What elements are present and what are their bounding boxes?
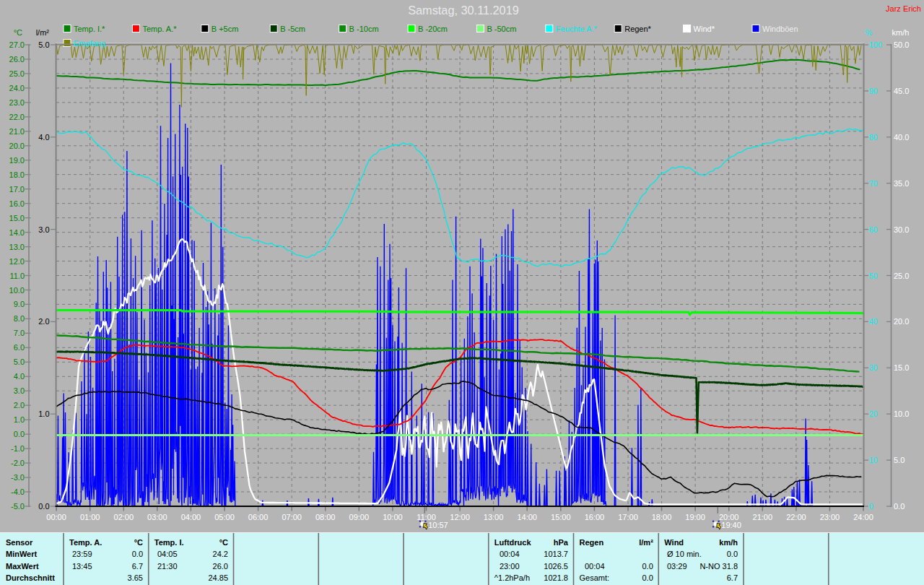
svg-text:Feuchte A.*: Feuchte A.* xyxy=(556,25,598,33)
svg-text:km/h: km/h xyxy=(719,538,738,547)
svg-text:15.0: 15.0 xyxy=(9,214,25,222)
svg-text:6.7: 6.7 xyxy=(727,573,738,582)
svg-text:0.0: 0.0 xyxy=(642,573,653,582)
svg-text:0.0: 0.0 xyxy=(727,550,738,558)
svg-text:14:00: 14:00 xyxy=(517,513,537,521)
svg-text:00:04: 00:04 xyxy=(585,562,605,571)
svg-text:10:00: 10:00 xyxy=(383,513,403,521)
svg-text:40.0: 40.0 xyxy=(894,133,909,142)
svg-text:l/m²: l/m² xyxy=(639,538,653,547)
svg-text:45.0: 45.0 xyxy=(894,87,909,95)
svg-text:1026.5: 1026.5 xyxy=(544,562,568,571)
svg-text:20.0: 20.0 xyxy=(894,317,909,326)
svg-text:60: 60 xyxy=(869,225,878,234)
svg-text:16.0: 16.0 xyxy=(9,199,25,208)
svg-text:12.0: 12.0 xyxy=(9,257,25,266)
svg-text:Luftdruck: Luftdruck xyxy=(494,538,532,547)
svg-text:11.0: 11.0 xyxy=(9,272,25,280)
svg-text:18.0: 18.0 xyxy=(9,170,25,179)
svg-text:Wind: Wind xyxy=(664,538,684,547)
svg-text:24.2: 24.2 xyxy=(213,550,228,558)
svg-text:0.0: 0.0 xyxy=(132,550,143,558)
svg-text:Temp. I.: Temp. I. xyxy=(154,538,184,547)
svg-text:23:59: 23:59 xyxy=(72,550,92,558)
svg-text:25.0: 25.0 xyxy=(9,69,25,78)
svg-text:6.7: 6.7 xyxy=(132,562,143,571)
svg-text:06:00: 06:00 xyxy=(248,513,269,521)
svg-text:Windböen: Windböen xyxy=(762,25,798,33)
svg-text:23:00: 23:00 xyxy=(820,513,840,521)
svg-text:02:00: 02:00 xyxy=(114,513,134,521)
svg-text:°C: °C xyxy=(219,538,228,547)
svg-text:7.0: 7.0 xyxy=(14,329,25,337)
svg-text:Jarz Erich: Jarz Erich xyxy=(886,4,921,13)
svg-text:9.0: 9.0 xyxy=(14,300,25,308)
svg-text:80: 80 xyxy=(869,133,878,142)
svg-text:16:00: 16:00 xyxy=(585,513,605,521)
svg-text:19.0: 19.0 xyxy=(9,156,25,165)
svg-text:10:57: 10:57 xyxy=(428,521,448,529)
svg-text:10.0: 10.0 xyxy=(894,410,909,418)
svg-text:hPa: hPa xyxy=(554,538,569,547)
svg-text:50: 50 xyxy=(869,272,878,280)
svg-text:13.0: 13.0 xyxy=(9,243,25,251)
svg-text:5.0: 5.0 xyxy=(38,40,49,49)
svg-text:19:00: 19:00 xyxy=(685,513,705,521)
svg-text:04:05: 04:05 xyxy=(157,550,178,558)
svg-text:03:29: 03:29 xyxy=(667,562,687,571)
svg-text:00:04: 00:04 xyxy=(500,550,520,558)
svg-text:30: 30 xyxy=(869,363,878,372)
svg-text:17.0: 17.0 xyxy=(9,185,25,194)
svg-text:04:00: 04:00 xyxy=(181,513,201,521)
svg-text:18:00: 18:00 xyxy=(652,513,672,521)
svg-text:8.0: 8.0 xyxy=(14,314,25,323)
svg-text:1013.7: 1013.7 xyxy=(544,550,568,558)
svg-text:15.0: 15.0 xyxy=(894,363,909,372)
svg-text:00:00: 00:00 xyxy=(46,513,66,521)
svg-text:03:00: 03:00 xyxy=(147,513,167,521)
svg-text:30.0: 30.0 xyxy=(894,225,909,234)
svg-text:1021.8: 1021.8 xyxy=(544,573,568,582)
svg-text:24.0: 24.0 xyxy=(9,84,25,92)
svg-text:3.65: 3.65 xyxy=(128,573,143,582)
svg-text:1.0: 1.0 xyxy=(14,415,25,424)
svg-text:05:00: 05:00 xyxy=(214,513,235,521)
svg-text:-4.0: -4.0 xyxy=(11,488,25,496)
svg-text:50.0: 50.0 xyxy=(894,40,909,49)
svg-text:Temp. I.*: Temp. I.* xyxy=(74,25,105,33)
svg-text:25.0: 25.0 xyxy=(894,272,909,280)
svg-text:B +5cm: B +5cm xyxy=(212,25,239,33)
svg-text:0.0: 0.0 xyxy=(894,502,905,511)
svg-text:01:00: 01:00 xyxy=(80,513,100,521)
svg-text:B -50cm: B -50cm xyxy=(487,25,516,33)
svg-text:23.0: 23.0 xyxy=(9,98,25,107)
svg-text:26.0: 26.0 xyxy=(9,55,25,64)
svg-text:19:40: 19:40 xyxy=(721,521,741,529)
svg-text:20.0: 20.0 xyxy=(9,142,25,150)
svg-text:0.0: 0.0 xyxy=(14,430,25,438)
svg-text:27.0: 27.0 xyxy=(9,40,25,49)
svg-text:22:00: 22:00 xyxy=(786,513,806,521)
svg-text:B -5cm: B -5cm xyxy=(280,25,305,33)
svg-text:6.0: 6.0 xyxy=(14,343,25,352)
svg-text:90: 90 xyxy=(869,87,878,95)
svg-text:35.0: 35.0 xyxy=(894,179,909,188)
svg-text:5.0: 5.0 xyxy=(14,358,25,366)
svg-text:-3.0: -3.0 xyxy=(11,473,25,482)
svg-text:MaxWert: MaxWert xyxy=(6,562,39,571)
svg-text:2.0: 2.0 xyxy=(14,401,25,410)
svg-text:0: 0 xyxy=(869,502,873,511)
svg-text:10: 10 xyxy=(869,456,878,464)
svg-text:4.0: 4.0 xyxy=(38,133,49,142)
svg-text:MinWert: MinWert xyxy=(6,550,38,558)
svg-text:26.0: 26.0 xyxy=(213,562,228,571)
svg-text:°C: °C xyxy=(14,28,22,37)
svg-text:Sensor: Sensor xyxy=(6,538,33,547)
svg-text:09:00: 09:00 xyxy=(349,513,370,521)
svg-text:14.0: 14.0 xyxy=(9,228,25,237)
svg-text:70: 70 xyxy=(869,179,878,188)
svg-text:13:00: 13:00 xyxy=(484,513,504,521)
svg-text:-1.0: -1.0 xyxy=(11,444,25,453)
svg-text:20: 20 xyxy=(869,410,878,418)
svg-text:2.0: 2.0 xyxy=(38,317,49,326)
